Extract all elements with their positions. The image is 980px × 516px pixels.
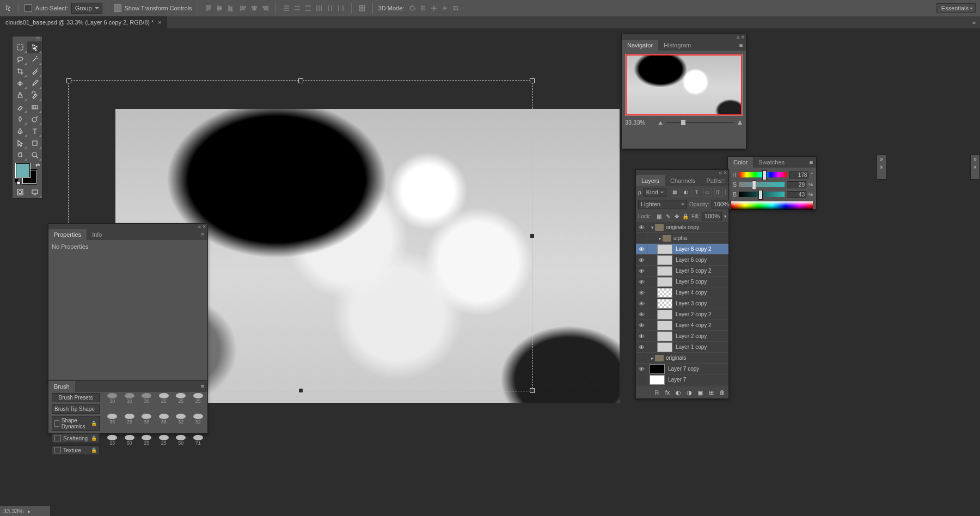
layer-name[interactable]: Layer 6 copy 2	[676, 246, 728, 252]
type-tool[interactable]	[27, 125, 42, 137]
visibility-eye-icon[interactable]: 👁	[636, 320, 647, 330]
collapse-icon[interactable]: «	[198, 224, 201, 230]
history-brush-tool[interactable]	[27, 89, 42, 101]
link-layers-icon[interactable]: ⎘	[652, 388, 661, 397]
layer-row[interactable]: 👁Layer 2 copy	[636, 331, 728, 342]
layer-name[interactable]: Layer 6 copy	[676, 257, 728, 263]
lock-all-icon[interactable]: 🔒	[682, 212, 689, 220]
layer-row[interactable]: 👁Layer 1 copy	[636, 342, 728, 353]
auto-select-target-dropdown[interactable]: Group	[71, 3, 102, 14]
gradient-tool[interactable]	[27, 101, 42, 113]
layer-row[interactable]: 👁Layer 6 copy	[636, 255, 728, 266]
layer-filter-dropdown[interactable]: Kind	[644, 188, 666, 196]
layer-row[interactable]: 👁Layer 5 copy 2	[636, 266, 728, 277]
scattering-checkbox[interactable]	[54, 435, 61, 441]
3d-rotate-button[interactable]	[407, 3, 417, 13]
chevron-down-icon[interactable]: ▾	[733, 202, 736, 207]
collapse-icon[interactable]: «	[719, 170, 722, 176]
move-tool-icon[interactable]	[4, 4, 13, 13]
document-tab[interactable]: clouds01_base.psd @ 33.3% (Layer 6 copy …	[0, 16, 167, 28]
brush-preset-cell[interactable]: 25	[156, 435, 173, 455]
close-icon[interactable]: ×	[741, 34, 744, 40]
close-icon[interactable]: ×	[880, 164, 883, 170]
sat-slider[interactable]	[739, 182, 785, 187]
dist-left-button[interactable]	[314, 3, 324, 13]
brush-preset-cell[interactable]: 25	[173, 393, 189, 413]
clone-stamp-tool[interactable]	[13, 89, 27, 101]
texture-checkbox[interactable]	[54, 447, 61, 453]
dodge-tool[interactable]	[27, 113, 42, 125]
fill-value[interactable]: 100%	[702, 212, 722, 220]
brush-preset-cell[interactable]: 50	[173, 435, 189, 455]
collapsed-dock-group[interactable]: »×	[970, 155, 980, 180]
filter-pixel-icon[interactable]: ▦	[671, 188, 679, 196]
layer-name[interactable]: Layer 7 copy	[668, 366, 728, 372]
texture-row[interactable]: Texture🔒	[52, 445, 100, 455]
align-hcenter-button[interactable]	[249, 3, 259, 13]
foreground-color-swatch[interactable]	[16, 163, 30, 177]
layer-row[interactable]: 👁Layer 4 copy 2	[636, 320, 728, 331]
visibility-eye-icon[interactable]	[636, 374, 647, 385]
hand-tool[interactable]	[13, 149, 27, 161]
navigator-view-rect[interactable]	[626, 54, 742, 115]
blend-mode-dropdown[interactable]: Lighten	[638, 200, 687, 208]
brush-preset-cell[interactable]: 32	[190, 414, 207, 434]
panel-menu-icon[interactable]: ≡	[737, 41, 745, 49]
layer-thumbnail[interactable]	[650, 364, 665, 374]
panel-menu-icon[interactable]: ≡	[199, 383, 206, 390]
navigator-tab[interactable]: Navigator	[622, 40, 658, 51]
new-group-icon[interactable]: ▣	[696, 388, 705, 397]
panel-handle[interactable]: «×	[622, 34, 746, 40]
layer-row[interactable]: 👁Layer 4 copy	[636, 287, 728, 298]
brush-preset-cell[interactable]: 25	[104, 435, 121, 455]
layer-row[interactable]: ▸originals	[636, 353, 728, 364]
visibility-eye-icon[interactable]: 👁	[636, 342, 647, 352]
layer-name[interactable]: Layer 3 copy	[676, 300, 728, 306]
layer-name[interactable]: alpha	[673, 235, 728, 241]
toolbox-handle[interactable]	[13, 36, 42, 41]
marquee-tool[interactable]	[13, 41, 27, 53]
zoom-in-icon[interactable]	[737, 120, 743, 125]
auto-select-checkbox[interactable]	[24, 4, 32, 12]
auto-align-button[interactable]	[357, 3, 367, 13]
transform-handle-tm[interactable]	[298, 78, 303, 83]
lock-icon[interactable]: 🔒	[91, 435, 97, 441]
layer-thumbnail[interactable]	[657, 266, 672, 276]
eyedropper-tool[interactable]	[27, 65, 42, 77]
brush-preset-cell[interactable]: 30	[104, 393, 121, 413]
add-mask-icon[interactable]: ◐	[674, 388, 683, 397]
layer-thumbnail[interactable]	[657, 277, 672, 287]
opacity-value[interactable]: 100%	[712, 200, 731, 208]
hue-slider[interactable]	[739, 172, 787, 177]
layer-row[interactable]: 👁Layer 7 copy	[636, 364, 728, 374]
layer-name[interactable]: Layer 5 copy	[676, 279, 728, 285]
brush-tip-shape-row[interactable]: Brush Tip Shape	[52, 404, 100, 414]
swatches-tab[interactable]: Swatches	[753, 157, 790, 168]
layer-name[interactable]: Layer 2 copy	[676, 333, 728, 339]
layer-row[interactable]: Layer 7	[636, 374, 728, 385]
bright-value[interactable]: 43	[787, 191, 806, 198]
visibility-eye-icon[interactable]: 👁	[636, 298, 647, 309]
color-tab[interactable]: Color	[728, 157, 753, 168]
brush-preset-cell[interactable]: 25	[190, 393, 207, 413]
transform-handle-tr[interactable]	[530, 78, 535, 83]
group-arrow-icon[interactable]: ▸	[650, 355, 655, 361]
layer-name[interactable]: originals	[666, 355, 728, 361]
dist-vcenter-button[interactable]	[292, 3, 302, 13]
layer-thumbnail[interactable]	[657, 310, 672, 320]
layer-name[interactable]: Layer 2 copy 2	[676, 311, 728, 317]
histogram-tab[interactable]: Histogram	[658, 40, 696, 51]
quick-mask-mode[interactable]	[13, 186, 27, 198]
zoom-out-icon[interactable]	[658, 120, 663, 125]
layer-row[interactable]: 👁Layer 2 copy 2	[636, 309, 728, 320]
dist-hcenter-button[interactable]	[325, 3, 335, 13]
brush-presets-button[interactable]: Brush Presets	[52, 393, 100, 402]
dist-right-button[interactable]	[336, 3, 346, 13]
filter-shape-icon[interactable]: ▭	[703, 188, 712, 196]
pen-tool[interactable]	[13, 125, 27, 137]
align-left-button[interactable]	[238, 3, 248, 13]
visibility-eye-icon[interactable]: 👁	[636, 364, 647, 374]
color-spectrum[interactable]	[731, 201, 813, 210]
magic-wand-tool[interactable]	[27, 53, 42, 65]
lock-pixels-icon[interactable]: ✎	[664, 212, 672, 220]
